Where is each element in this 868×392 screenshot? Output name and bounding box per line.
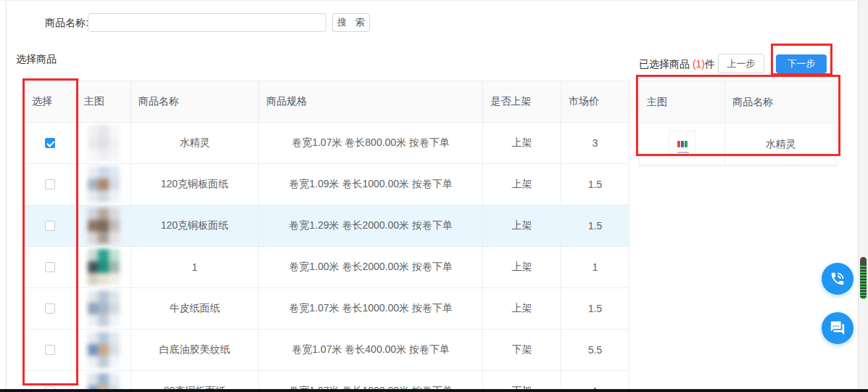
table-row[interactable]: 水精灵 卷宽1.07米 卷长800.00米 按卷下单 上架 3 xyxy=(25,123,629,164)
shelf-status-cell: 上架 xyxy=(483,123,561,163)
prev-step-button[interactable]: 上一步 xyxy=(718,54,764,73)
product-name-cell: 120克铜板面纸 xyxy=(131,164,260,205)
product-spec-cell: 卷宽1.07米 卷长1000.00米 按卷下单 xyxy=(259,288,483,329)
table-row[interactable]: 120克铜板面纸 卷宽1.29米 卷长2000.00米 按卷下单 上架 1.5 xyxy=(25,205,629,247)
selected-count-prefix: 已选择商品 xyxy=(639,58,693,70)
table-row[interactable]: 白底油胶美纹纸 卷宽1.07米 卷长400.00米 按卷下单 下架 5.5 xyxy=(25,330,629,371)
market-price-cell: 1.5 xyxy=(561,288,629,329)
selected-table-header-row: 主图 商品名称 xyxy=(640,81,836,123)
product-thumbnail xyxy=(88,290,120,327)
product-name-cell: 牛皮纸面纸 xyxy=(131,288,260,329)
row-checkbox[interactable] xyxy=(45,345,55,355)
chat-contact-button[interactable] xyxy=(822,312,853,344)
header-select: 选择 xyxy=(25,81,77,122)
row-checkbox[interactable] xyxy=(45,303,55,314)
selected-count-suffix: 件 xyxy=(705,58,715,70)
selected-table-row: 水精灵 xyxy=(640,123,836,166)
product-thumbnail xyxy=(88,208,120,244)
selected-count-text: 已选择商品 (1)件 xyxy=(639,58,715,71)
selected-header-product-name: 商品名称 xyxy=(725,81,836,123)
selected-header-main-image: 主图 xyxy=(640,81,725,123)
product-spec-cell: 卷宽1.07米 卷长400.00米 按卷下单 xyxy=(259,330,483,370)
product-thumbnail xyxy=(88,166,120,203)
table-row[interactable]: 120克铜板面纸 卷宽1.09米 卷长1000.00米 按卷下单 上架 1.5 xyxy=(25,164,629,205)
row-checkbox[interactable] xyxy=(45,221,55,231)
shelf-status-cell: 上架 xyxy=(483,247,561,287)
next-step-button[interactable]: 下一步 xyxy=(776,54,827,73)
product-thumbnail xyxy=(88,249,120,285)
selected-product-thumbnail xyxy=(669,131,696,158)
search-button[interactable]: 搜 索 xyxy=(332,13,370,32)
table-header-row: 选择 主图 商品名称 商品规格 是否上架 市场价 xyxy=(25,81,629,123)
product-thumbnail xyxy=(88,125,120,161)
row-checkbox[interactable] xyxy=(45,138,55,148)
market-price-cell: 1.5 xyxy=(561,205,629,246)
market-price-cell: 1 xyxy=(561,247,629,287)
header-spec: 商品规格 xyxy=(259,81,483,122)
product-name-label: 商品名称: xyxy=(45,17,88,30)
section-title: 选择商品 xyxy=(16,53,57,66)
row-checkbox[interactable] xyxy=(45,179,55,189)
shelf-status-cell: 下架 xyxy=(483,330,561,370)
row-checkbox[interactable] xyxy=(45,262,55,272)
left-border-line xyxy=(6,1,7,392)
product-spec-cell: 卷宽1.29米 卷长2000.00米 按卷下单 xyxy=(259,205,483,246)
product-spec-cell: 卷宽1.00米 卷长2000.00米 按卷下单 xyxy=(259,247,483,287)
product-name-cell: 水精灵 xyxy=(131,123,260,163)
phone-contact-button[interactable] xyxy=(822,263,853,295)
table-row[interactable]: 1 卷宽1.00米 卷长2000.00米 按卷下单 上架 1 xyxy=(25,247,629,288)
phone-icon xyxy=(830,271,846,287)
selected-product-name-cell: 水精灵 xyxy=(725,123,836,165)
market-price-cell: 3 xyxy=(561,123,629,163)
market-price-cell: 1.5 xyxy=(561,164,629,205)
scrollbar-thumb[interactable] xyxy=(860,257,867,299)
bottom-edge-bar xyxy=(0,389,868,392)
selected-products-table: 主图 商品名称 水精灵 xyxy=(639,81,837,166)
market-price-cell: 5.5 xyxy=(561,330,629,370)
header-on-shelf: 是否上架 xyxy=(483,81,561,122)
header-product-name: 商品名称 xyxy=(131,81,260,122)
chat-icon xyxy=(830,320,846,336)
scrollbar-track xyxy=(858,1,868,392)
table-row[interactable]: 牛皮纸面纸 卷宽1.07米 卷长1000.00米 按卷下单 上架 1.5 xyxy=(25,288,629,330)
shelf-status-cell: 上架 xyxy=(483,164,561,205)
page: 商品名称: 搜 索 选择商品 已选择商品 (1)件 上一步 下一步 选择 主图 … xyxy=(0,0,868,392)
product-name-input[interactable] xyxy=(88,13,326,32)
product-spec-cell: 卷宽1.07米 卷长800.00米 按卷下单 xyxy=(259,123,483,163)
product-table: 选择 主图 商品名称 商品规格 是否上架 市场价 水精灵 卷宽1.07米 卷长8… xyxy=(24,81,629,392)
header-main-image: 主图 xyxy=(77,81,131,122)
logo-marks xyxy=(677,141,687,147)
product-name-cell: 白底油胶美纹纸 xyxy=(131,330,260,370)
product-name-cell: 1 xyxy=(131,247,260,287)
product-thumbnail xyxy=(88,332,120,368)
header-market-price: 市场价 xyxy=(561,81,629,122)
product-name-cell: 120克铜板面纸 xyxy=(131,205,260,246)
shelf-status-cell: 上架 xyxy=(483,288,561,329)
product-spec-cell: 卷宽1.09米 卷长1000.00米 按卷下单 xyxy=(259,164,483,205)
selected-count-number: (1) xyxy=(693,58,705,70)
shelf-status-cell: 上架 xyxy=(483,205,561,246)
